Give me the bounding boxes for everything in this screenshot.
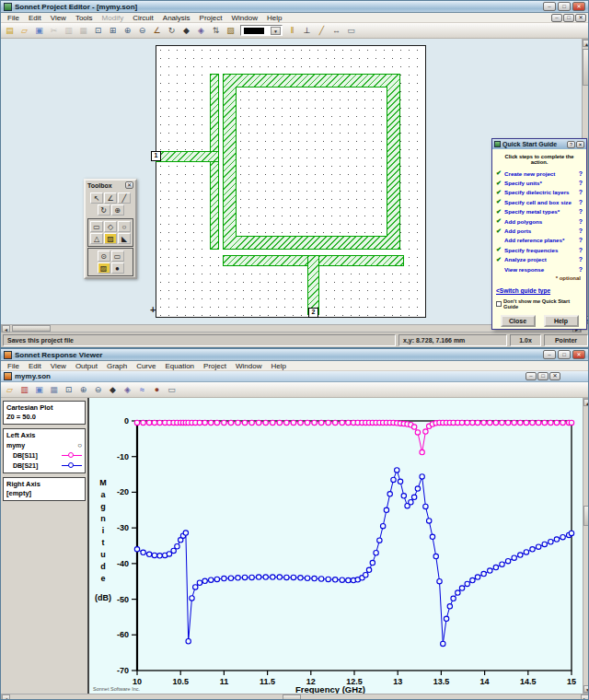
qsg-step-help-link[interactable]: ? xyxy=(579,208,583,215)
qsg-titlebar[interactable]: Quick Start Guide ?✕ xyxy=(492,139,586,149)
rotate-tool[interactable]: ↻ xyxy=(98,204,110,216)
qsg-step-link[interactable]: View response xyxy=(504,266,579,273)
print-icon[interactable]: ▭ xyxy=(344,25,358,37)
zoom-in-icon[interactable]: ⊕ xyxy=(76,384,90,396)
port2-label[interactable]: 2 xyxy=(308,308,318,318)
viewer-titlebar[interactable]: Sonnet Response Viewer –□✕ xyxy=(1,349,588,361)
qsg-step-link[interactable]: Specify dielectric layers xyxy=(504,189,579,195)
menu-edit[interactable]: Edit xyxy=(24,362,46,370)
menu-graph[interactable]: Graph xyxy=(102,362,132,370)
toolbox-palette[interactable]: Toolbox ✕ ↖∠╱↻⊕▭◇○△▨◣⊙▭▨● xyxy=(84,179,137,279)
menu-circuit[interactable]: Circuit xyxy=(128,14,158,22)
cartesian-plot[interactable]: 0-10-20-30-40-50-60-701010.51111.51212.5… xyxy=(89,398,583,694)
save-icon[interactable]: ▣ xyxy=(32,25,46,37)
metal-layer-icon[interactable]: ▨ xyxy=(224,25,237,37)
viewer-close-button[interactable]: ✕ xyxy=(572,350,585,359)
hscroll-track[interactable] xyxy=(10,325,572,332)
dimension-tool[interactable]: ∠ xyxy=(104,192,117,204)
copy-icon[interactable]: ▦ xyxy=(47,384,61,396)
port2-feedline[interactable] xyxy=(307,255,319,315)
editor-minimize-button[interactable]: – xyxy=(543,2,556,11)
plot-restore-button[interactable]: □ xyxy=(537,372,549,380)
zoom-out-icon[interactable]: ⊖ xyxy=(91,384,105,396)
qsg-step-link[interactable]: Specify metal types* xyxy=(504,208,579,215)
open-icon[interactable]: ▱ xyxy=(3,384,17,396)
metal-tool[interactable]: ▨ xyxy=(98,262,110,274)
menu-view[interactable]: View xyxy=(46,362,71,370)
viewer-vscroll-track[interactable] xyxy=(583,406,589,685)
zoom-tool[interactable]: ⊕ xyxy=(111,204,124,216)
qsg-step-link[interactable]: Specify units* xyxy=(504,180,579,186)
substrate-box[interactable]: 1 2 + xyxy=(156,45,426,318)
viewer-vscroll-thumb[interactable] xyxy=(583,506,589,526)
qsg-step-link[interactable]: Analyze project xyxy=(504,256,579,262)
project-icon[interactable]: ● xyxy=(150,384,164,396)
curve-row-s21[interactable]: DB[S21] xyxy=(6,461,82,471)
menu-project[interactable]: Project xyxy=(199,362,231,370)
menu-output[interactable]: Output xyxy=(71,362,102,370)
menu-help[interactable]: Help xyxy=(266,362,290,370)
menu-file[interactable]: File xyxy=(3,14,24,22)
menu-file[interactable]: File xyxy=(3,362,24,370)
ring-resonator[interactable] xyxy=(223,74,400,250)
scroll-right-icon[interactable]: ► xyxy=(581,694,589,700)
metal-select-dropdown[interactable]: ▼ xyxy=(240,25,283,36)
ruler-icon[interactable]: ╱ xyxy=(315,25,329,37)
editor-titlebar[interactable]: Sonnet Project Editor - [mymy.son] –□✕ xyxy=(1,1,588,13)
qsg-step-help-link[interactable]: ? xyxy=(579,256,583,262)
qsg-step-help-link[interactable]: ? xyxy=(579,189,583,195)
ground-tool[interactable]: ● xyxy=(111,262,124,274)
qsg-step-link[interactable]: Specify cell and box size xyxy=(504,199,579,205)
dimension-icon[interactable]: ↔ xyxy=(329,25,343,37)
doc-restore-button[interactable]: □ xyxy=(563,14,574,22)
plot-document-bar[interactable]: mymy.son –□✕ xyxy=(1,371,588,382)
new-icon[interactable]: ▤ xyxy=(3,25,17,37)
qsg-step-help-link[interactable]: ? xyxy=(579,237,583,243)
draw-polygon-tool[interactable]: ◇ xyxy=(104,221,117,232)
measure-tool[interactable]: ╱ xyxy=(118,192,131,204)
curve-row-s11[interactable]: DB[S11] xyxy=(6,450,82,461)
qsg-help-button[interactable]: Help xyxy=(544,315,579,327)
port-tool[interactable]: ⊙ xyxy=(98,251,110,262)
menu-equation[interactable]: Equation xyxy=(160,362,199,370)
hscroll-thumb[interactable] xyxy=(12,325,51,332)
chart-icon[interactable]: ≈ xyxy=(135,384,149,396)
menu-help[interactable]: Help xyxy=(262,14,286,22)
port-icon[interactable]: ⊥ xyxy=(300,25,314,37)
plot-minimize-button[interactable]: – xyxy=(525,372,537,380)
layer-up-icon[interactable]: ⇅ xyxy=(209,25,223,37)
qsg-step-help-link[interactable]: ? xyxy=(579,247,583,253)
qsg-step-help-link[interactable]: ? xyxy=(579,228,583,234)
qsg-step-help-link[interactable]: ? xyxy=(579,199,583,205)
viewer-minimize-button[interactable]: – xyxy=(543,350,556,359)
via-tool[interactable]: ▨ xyxy=(104,233,117,244)
qsg-step-help-link[interactable]: ? xyxy=(579,218,583,225)
zoom-box-icon[interactable]: ⊞ xyxy=(106,25,120,37)
dont-show-checkbox[interactable] xyxy=(496,301,502,307)
new-graph-icon[interactable]: ▥ xyxy=(17,384,31,396)
zoom-out-icon[interactable]: ⊖ xyxy=(135,25,149,37)
save-icon[interactable]: ▣ xyxy=(32,384,46,396)
toolbox-close-icon[interactable]: ✕ xyxy=(125,181,133,189)
qsg-step-link[interactable]: Add reference planes* xyxy=(504,237,579,243)
qsg-step-link[interactable]: Add ports xyxy=(504,228,579,234)
menu-analysis[interactable]: Analysis xyxy=(158,14,195,22)
scroll-up-icon[interactable]: ▲ xyxy=(583,40,589,47)
scroll-left-icon[interactable]: ◄ xyxy=(2,694,10,700)
cut-icon[interactable]: ✂ xyxy=(47,25,61,37)
menu-window[interactable]: Window xyxy=(231,362,266,370)
scroll-up-icon[interactable]: ▲ xyxy=(583,399,589,406)
viewer-hscroll-thumb[interactable] xyxy=(283,694,301,700)
draw-circle-tool[interactable]: ○ xyxy=(118,221,131,232)
qsg-step-help-link[interactable]: ? xyxy=(579,170,583,177)
editor-close-button[interactable]: ✕ xyxy=(572,2,585,11)
qsg-step-link[interactable]: Create new project xyxy=(504,170,579,177)
menu-view[interactable]: View xyxy=(46,14,71,22)
copy-icon[interactable]: ▥ xyxy=(62,25,75,37)
qsg-close-button[interactable]: Close xyxy=(501,315,536,327)
qsg-step-help-link[interactable]: ? xyxy=(579,180,583,186)
project-row[interactable]: mymy ○ xyxy=(6,440,82,450)
menu-curve[interactable]: Curve xyxy=(132,362,160,370)
measure-icon[interactable]: ∠ xyxy=(150,25,164,37)
editor-maximize-button[interactable]: □ xyxy=(558,2,571,11)
